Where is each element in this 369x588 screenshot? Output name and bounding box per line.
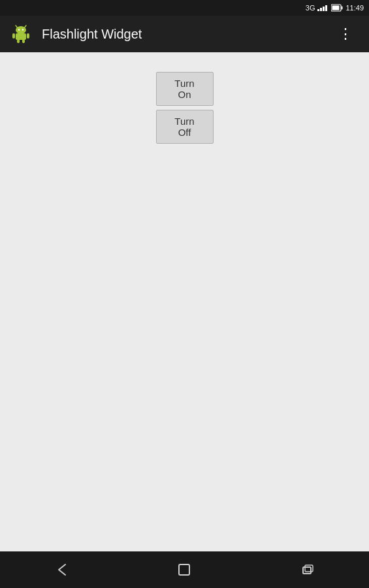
overflow-menu-button[interactable]: ⋮ bbox=[333, 22, 359, 46]
svg-point-5 bbox=[16, 26, 26, 34]
app-bar: Flashlight Widget ⋮ bbox=[0, 16, 369, 52]
svg-rect-14 bbox=[303, 567, 311, 574]
svg-rect-12 bbox=[22, 39, 25, 43]
svg-rect-15 bbox=[305, 565, 313, 572]
svg-rect-9 bbox=[12, 33, 15, 39]
app-title: Flashlight Widget bbox=[42, 27, 333, 42]
signal-icon bbox=[317, 5, 327, 11]
button-group: Turn On Turn Off bbox=[156, 72, 214, 148]
turn-off-button[interactable]: Turn Off bbox=[156, 110, 214, 144]
status-bar: 3G 11:49 bbox=[0, 0, 369, 16]
svg-rect-13 bbox=[179, 564, 189, 575]
svg-rect-1 bbox=[342, 7, 343, 10]
svg-rect-2 bbox=[332, 6, 340, 10]
svg-rect-8 bbox=[16, 33, 26, 40]
svg-point-7 bbox=[22, 29, 24, 30]
battery-icon bbox=[331, 4, 343, 12]
network-indicator: 3G bbox=[306, 4, 315, 12]
turn-on-button[interactable]: Turn On bbox=[156, 72, 214, 106]
svg-point-6 bbox=[18, 29, 20, 30]
back-button[interactable] bbox=[38, 557, 85, 583]
app-icon bbox=[10, 24, 31, 44]
svg-rect-11 bbox=[17, 39, 20, 43]
svg-rect-10 bbox=[27, 33, 29, 39]
recents-button[interactable] bbox=[284, 557, 331, 583]
main-content: Turn On Turn Off bbox=[0, 52, 369, 551]
time-display: 11:49 bbox=[345, 4, 364, 12]
nav-bar bbox=[0, 551, 369, 588]
home-button[interactable] bbox=[161, 557, 208, 583]
